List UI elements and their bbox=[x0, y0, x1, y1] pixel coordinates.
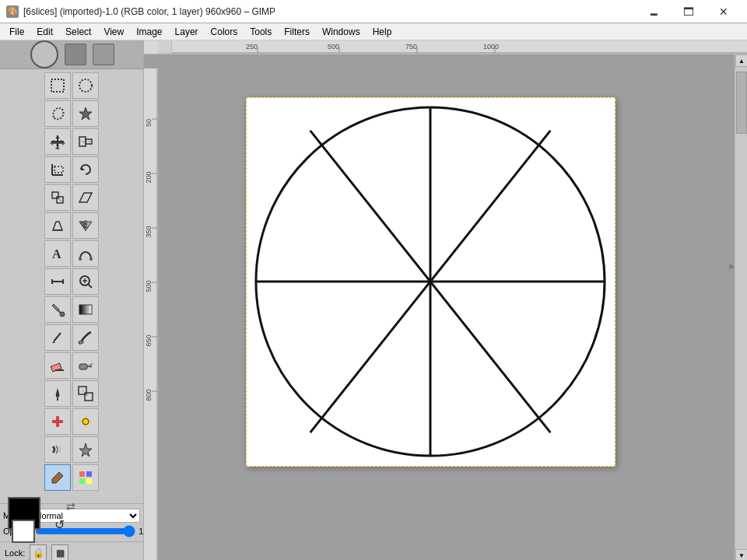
tool-grid: A bbox=[0, 69, 143, 494]
svg-marker-23 bbox=[86, 222, 92, 229]
rotate-tool[interactable] bbox=[72, 156, 99, 183]
canvas-viewport[interactable]: dod. ▲ ▼ ◀ ▶ ✛ bbox=[172, 54, 747, 560]
menu-help[interactable]: Help bbox=[366, 23, 398, 40]
menu-image[interactable]: Image bbox=[130, 23, 168, 40]
text-tool[interactable]: A bbox=[44, 240, 71, 267]
lock-position-icon[interactable]: 🔒 bbox=[30, 544, 47, 560]
close-button[interactable]: ✕ bbox=[706, 0, 741, 23]
maximize-button[interactable]: 🗖 bbox=[671, 0, 706, 23]
svg-rect-42 bbox=[79, 364, 87, 369]
svg-marker-58 bbox=[79, 443, 92, 457]
vscroll-up-btn[interactable]: ▲ bbox=[735, 54, 747, 67]
svg-point-35 bbox=[60, 312, 65, 317]
titlebar: 🎨 [6slices] (imported)-1.0 (RGB color, 1… bbox=[0, 0, 747, 23]
svg-rect-36 bbox=[79, 305, 92, 314]
svg-rect-52 bbox=[52, 420, 63, 423]
menu-colors[interactable]: Colors bbox=[205, 23, 244, 40]
menu-tools[interactable]: Tools bbox=[244, 23, 278, 40]
lock-label: Lock: bbox=[5, 548, 25, 558]
toolbox: A bbox=[0, 40, 144, 560]
svg-point-26 bbox=[79, 257, 82, 261]
drawing-svg bbox=[247, 98, 615, 466]
svg-point-27 bbox=[89, 257, 93, 261]
heal-tool[interactable] bbox=[44, 408, 71, 435]
reset-colors-icon[interactable]: ↺ bbox=[54, 517, 65, 532]
paintbrush-tool[interactable] bbox=[72, 324, 99, 351]
ruler-h-svg: 250 500 750 1000 bbox=[172, 40, 747, 54]
vscroll-thumb[interactable] bbox=[736, 72, 747, 134]
sharpen-tool[interactable] bbox=[72, 436, 99, 463]
menu-windows[interactable]: Windows bbox=[316, 23, 366, 40]
vscroll-down-btn[interactable]: ▼ bbox=[735, 549, 747, 560]
menu-file[interactable]: File bbox=[3, 23, 30, 40]
svg-point-45 bbox=[91, 363, 93, 365]
dodge-burn-tool[interactable] bbox=[72, 408, 99, 435]
vscroll-track[interactable] bbox=[735, 67, 747, 549]
pencil-tool[interactable] bbox=[44, 324, 71, 351]
svg-rect-16 bbox=[52, 192, 58, 198]
swap-colors-icon[interactable]: ⇄ bbox=[66, 500, 75, 513]
preview-circle bbox=[30, 40, 58, 68]
color-swatches: ↺ ⇄ bbox=[0, 494, 143, 503]
path-tool[interactable] bbox=[72, 240, 99, 267]
titlebar-controls[interactable]: 🗕 🗖 ✕ bbox=[636, 0, 741, 23]
svg-text:250: 250 bbox=[246, 43, 258, 51]
svg-marker-38 bbox=[52, 341, 55, 343]
align-tool[interactable] bbox=[72, 128, 99, 155]
svg-text:500: 500 bbox=[328, 43, 339, 51]
blend-tool[interactable] bbox=[72, 296, 99, 323]
ink-tool[interactable] bbox=[44, 380, 71, 407]
ruler-h-track: 250 500 750 1000 bbox=[172, 40, 747, 54]
svg-marker-20 bbox=[53, 222, 62, 230]
svg-line-50 bbox=[82, 390, 89, 397]
svg-point-44 bbox=[89, 364, 91, 366]
svg-line-18 bbox=[58, 198, 63, 203]
color-picker-tool[interactable] bbox=[44, 464, 71, 491]
tool-preview-extra bbox=[93, 44, 114, 65]
fuzzy-select-tool[interactable] bbox=[72, 100, 99, 127]
svg-point-1 bbox=[79, 79, 92, 92]
lasso-tool[interactable] bbox=[44, 100, 71, 127]
menu-layer[interactable]: Layer bbox=[169, 23, 205, 40]
svg-point-46 bbox=[90, 366, 92, 368]
opacity-value: 100.0 bbox=[139, 527, 144, 536]
lock-pixels-icon[interactable]: ▦ bbox=[51, 544, 68, 560]
airbrush-tool[interactable] bbox=[72, 352, 99, 379]
ruler-left: 50 200 350 500 650 800 bbox=[144, 68, 158, 560]
svg-marker-22 bbox=[79, 222, 85, 229]
smudge-tool[interactable] bbox=[44, 436, 71, 463]
ruler-v-svg: 50 200 350 500 650 800 bbox=[144, 68, 158, 560]
svg-rect-14 bbox=[54, 166, 63, 173]
menu-edit[interactable]: Edit bbox=[30, 23, 59, 40]
menu-view[interactable]: View bbox=[97, 23, 130, 40]
clone-tool[interactable] bbox=[72, 380, 99, 407]
shear-tool[interactable] bbox=[72, 184, 99, 211]
ellipse-select-tool[interactable] bbox=[72, 72, 99, 99]
move-tool[interactable] bbox=[44, 128, 71, 155]
svg-text:50: 50 bbox=[145, 119, 153, 127]
color-balance-tool[interactable] bbox=[72, 464, 99, 491]
lock-row: Lock: 🔒 ▦ bbox=[0, 541, 143, 560]
menu-select[interactable]: Select bbox=[59, 23, 97, 40]
measure-tool[interactable] bbox=[44, 268, 71, 295]
canvas-area: 250 500 750 1000 50 200 bbox=[144, 40, 747, 560]
menu-filters[interactable]: Filters bbox=[278, 23, 316, 40]
svg-text:200: 200 bbox=[145, 171, 153, 183]
rect-select-tool[interactable] bbox=[44, 72, 71, 99]
minimize-button[interactable]: 🗕 bbox=[636, 0, 671, 23]
background-color[interactable] bbox=[12, 520, 35, 543]
eraser-tool[interactable] bbox=[44, 352, 71, 379]
scale-tool[interactable] bbox=[44, 184, 71, 211]
vscroll[interactable]: ▲ ▼ bbox=[735, 54, 747, 560]
titlebar-left: 🎨 [6slices] (imported)-1.0 (RGB color, 1… bbox=[6, 5, 275, 18]
opacity-slider[interactable] bbox=[35, 526, 135, 537]
canvas-drawing bbox=[246, 97, 615, 467]
flip-tool[interactable] bbox=[72, 212, 99, 239]
svg-text:A: A bbox=[52, 247, 61, 261]
mode-select[interactable]: Normal bbox=[30, 509, 140, 523]
bucket-fill-tool[interactable] bbox=[44, 296, 71, 323]
perspective-tool[interactable] bbox=[44, 212, 71, 239]
crop-tool[interactable] bbox=[44, 156, 71, 183]
svg-rect-62 bbox=[79, 478, 85, 484]
zoom-tool[interactable] bbox=[72, 268, 99, 295]
